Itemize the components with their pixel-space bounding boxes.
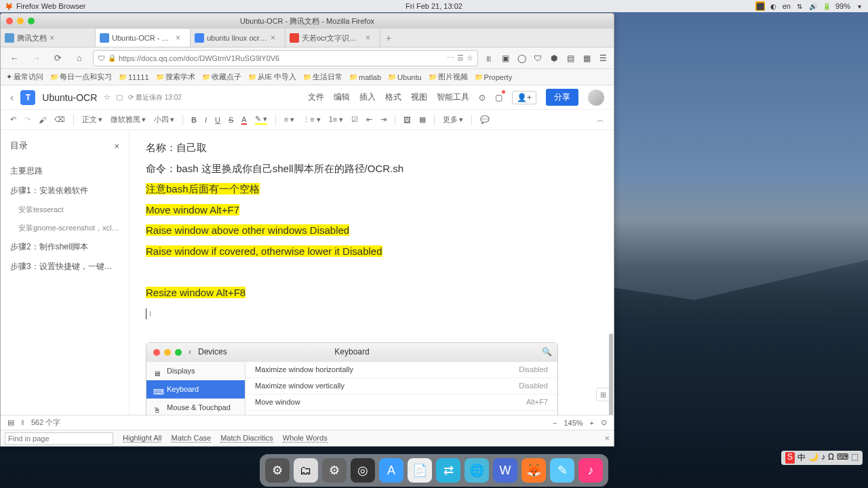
bookmark-star-icon[interactable]: ☆ bbox=[467, 54, 473, 62]
bookmark-folder[interactable]: 图片视频 bbox=[429, 72, 468, 82]
new-tab-button[interactable]: + bbox=[380, 29, 397, 47]
page-action-icon[interactable]: ⋯ bbox=[447, 54, 454, 62]
find-option[interactable]: Whole Words bbox=[283, 434, 328, 443]
dock-obs-icon[interactable]: ◎ bbox=[351, 458, 375, 483]
style-select[interactable]: 正文 ▾ bbox=[82, 115, 102, 125]
comment-icon[interactable]: 💬 bbox=[480, 115, 490, 124]
document-body[interactable]: 名称：自己取 命令：bash 这里换成你自己shell脚本所在的路径/OCR.s… bbox=[130, 130, 614, 415]
image-button[interactable]: 🖼 bbox=[403, 116, 411, 124]
collapse-toolbar-icon[interactable]: ︿ bbox=[597, 115, 604, 125]
bookmark-folder[interactable]: 每日一点和实习 bbox=[50, 72, 112, 82]
outdent-button[interactable]: ⇤ bbox=[366, 115, 372, 124]
redo-button[interactable]: ↷ bbox=[24, 115, 31, 124]
bookmark-folder[interactable]: 搜索学术 bbox=[156, 72, 195, 82]
bookmark-folder[interactable]: 收藏点子 bbox=[202, 72, 241, 82]
clear-format-icon[interactable]: ⌫ bbox=[54, 115, 65, 124]
bookmark-folder[interactable]: Property bbox=[475, 73, 513, 81]
minimize-icon[interactable] bbox=[17, 18, 24, 24]
battery-icon[interactable]: 🔋 bbox=[822, 1, 831, 11]
scrollbar-thumb[interactable] bbox=[609, 333, 613, 415]
add-user-icon[interactable]: 👤+ bbox=[512, 91, 536, 104]
lang-indicator[interactable]: en bbox=[783, 2, 791, 10]
library-icon[interactable]: ⫼ bbox=[484, 53, 494, 64]
dock-appstore-icon[interactable]: A bbox=[379, 458, 403, 483]
present-icon[interactable]: ▢ bbox=[495, 93, 502, 102]
lock-icon[interactable]: 🔒 bbox=[108, 54, 116, 62]
italic-button[interactable]: I bbox=[205, 116, 207, 124]
network-icon[interactable]: ⇅ bbox=[795, 1, 804, 11]
view-icon[interactable]: ▤ bbox=[7, 418, 14, 427]
tab-close-icon[interactable]: × bbox=[176, 33, 180, 43]
outline-item[interactable]: 安装gnome-screenshot，xclip, im... bbox=[10, 219, 119, 237]
view-icon[interactable]: ⫴ bbox=[21, 418, 24, 427]
fullscreen-icon[interactable]: ⊙ bbox=[601, 418, 607, 427]
volume-icon[interactable]: 🔊 bbox=[808, 1, 818, 11]
folder-icon[interactable]: ▢ bbox=[116, 93, 123, 102]
bookmark-item[interactable]: ✦ 最常访问 bbox=[6, 72, 43, 82]
menu-insert[interactable]: 插入 bbox=[359, 92, 376, 103]
url-bar[interactable]: 🛡 🔒 https://docs.qq.com/doc/DWGtmV1RuSG9… bbox=[93, 50, 478, 66]
bookmark-folder[interactable]: Ubuntu bbox=[388, 73, 421, 81]
home-button[interactable]: ⌂ bbox=[71, 50, 87, 66]
menu-view[interactable]: 视图 bbox=[411, 92, 427, 103]
dock-settings-icon[interactable]: ⚙ bbox=[265, 458, 290, 483]
undo-button[interactable]: ↶ bbox=[10, 115, 16, 124]
indicator-icon[interactable]: ⬛ bbox=[755, 1, 765, 11]
bookmark-folder[interactable]: 生活日常 bbox=[303, 72, 342, 82]
account-icon[interactable]: ◯ bbox=[516, 53, 527, 64]
find-input[interactable] bbox=[5, 432, 113, 445]
dock-files-icon[interactable]: 🗂 bbox=[294, 458, 318, 483]
bold-button[interactable]: B bbox=[191, 116, 197, 124]
dock-app-icon[interactable]: ⇄ bbox=[436, 458, 460, 483]
menu-format[interactable]: 格式 bbox=[385, 92, 401, 103]
browser-tab[interactable]: 腾讯文档× bbox=[1, 29, 96, 47]
highlight-button[interactable]: ✎ ▾ bbox=[255, 115, 267, 125]
tab-close-icon[interactable]: × bbox=[50, 33, 54, 43]
zoom-level[interactable]: 145% bbox=[564, 419, 583, 427]
tencent-docs-icon[interactable]: T bbox=[20, 90, 35, 105]
dock-wps-icon[interactable]: W bbox=[493, 458, 517, 483]
outline-item[interactable]: 步骤1：安装依赖软件 bbox=[10, 181, 119, 201]
browser-tab[interactable]: Ubuntu-OCR - 腾讯文…× bbox=[96, 29, 191, 47]
word-count[interactable]: 562 个字 bbox=[31, 418, 60, 428]
menu-file[interactable]: 文件 bbox=[308, 92, 324, 103]
zoom-out-button[interactable]: − bbox=[553, 419, 557, 427]
sidebar-icon[interactable]: ▣ bbox=[500, 53, 511, 64]
bullet-list-button[interactable]: ⋮≡ ▾ bbox=[302, 115, 320, 124]
dock-music-icon[interactable]: ♪ bbox=[578, 458, 603, 483]
indicator-icon[interactable]: ◐ bbox=[769, 1, 778, 11]
bookmark-folder[interactable]: matlab bbox=[349, 73, 381, 81]
ime-tray[interactable]: S 中 🌙 ♪ Ω ⌨ ⬚ bbox=[781, 451, 863, 465]
bookmark-folder[interactable]: 从IE 中导入 bbox=[248, 72, 296, 82]
checklist-button[interactable]: ☑ bbox=[351, 115, 358, 124]
paint-icon[interactable]: 🖌 bbox=[39, 116, 46, 124]
outline-item[interactable]: 安装tesseract bbox=[10, 201, 119, 219]
dock-browser-icon[interactable]: 🌐 bbox=[465, 458, 489, 483]
close-icon[interactable] bbox=[6, 18, 13, 24]
forward-button[interactable]: → bbox=[28, 50, 44, 66]
back-button[interactable]: ← bbox=[6, 50, 22, 66]
menu-smart[interactable]: 智能工具 bbox=[437, 92, 469, 103]
avatar[interactable] bbox=[588, 89, 604, 106]
find-option[interactable]: Highlight All bbox=[123, 434, 161, 443]
ext-icon[interactable]: ▦ bbox=[581, 53, 592, 64]
indent-button[interactable]: ⇥ bbox=[380, 115, 387, 124]
textcolor-button[interactable]: A bbox=[241, 115, 246, 125]
strike-button[interactable]: S bbox=[229, 116, 233, 124]
close-findbar-icon[interactable]: × bbox=[604, 433, 610, 443]
close-outline-icon[interactable]: × bbox=[114, 141, 119, 151]
ext-icon[interactable]: ▤ bbox=[565, 53, 576, 64]
find-option[interactable]: Match Diacritics bbox=[220, 434, 273, 443]
dock-app-icon[interactable]: ✎ bbox=[550, 458, 574, 483]
tab-close-icon[interactable]: × bbox=[271, 33, 275, 43]
menu-icon[interactable]: ☰ bbox=[597, 53, 608, 64]
record-icon[interactable]: ⊙ bbox=[479, 93, 486, 102]
dock-firefox-icon[interactable]: 🦊 bbox=[521, 458, 546, 483]
number-list-button[interactable]: 1≡ ▾ bbox=[329, 115, 344, 124]
menu-edit[interactable]: 编辑 bbox=[334, 92, 350, 103]
more-button[interactable]: 更多 ▾ bbox=[443, 115, 463, 125]
font-select[interactable]: 微软雅黑 ▾ bbox=[111, 115, 146, 125]
outline-item[interactable]: 主要思路 bbox=[10, 161, 119, 181]
shield-icon[interactable]: 🛡 bbox=[98, 54, 105, 62]
size-select[interactable]: 小四 ▾ bbox=[154, 115, 174, 125]
